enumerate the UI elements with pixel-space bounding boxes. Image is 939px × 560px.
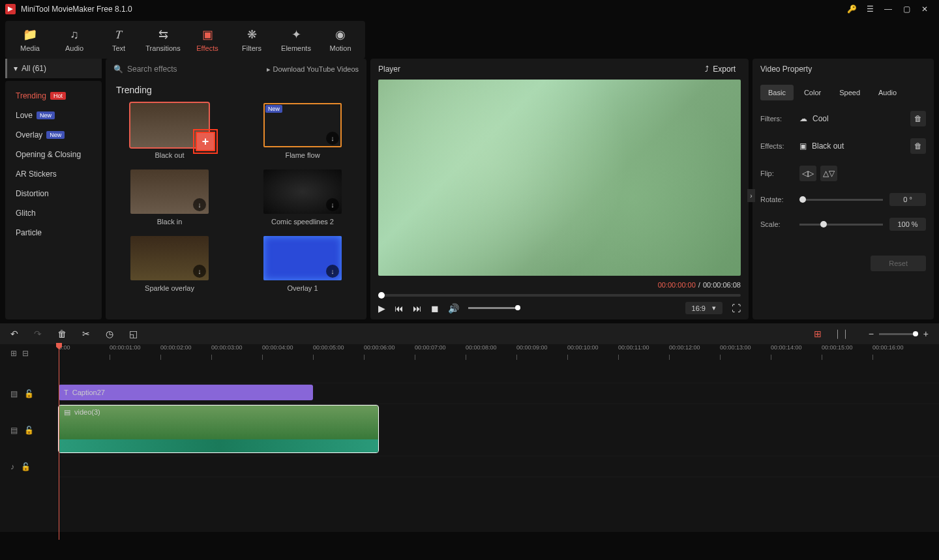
add-effect-button[interactable]: + [196,132,215,151]
category-particle[interactable]: Particle [5,223,102,243]
playhead[interactable] [59,344,59,540]
player-panel: Player ⤴Export 00:00:00:00 / 00:00:06:08… [370,59,749,319]
tab-motion[interactable]: ◉Motion [318,23,363,56]
video-icon: ▤ [64,408,70,417]
rotate-input[interactable]: 0 ° [889,193,926,206]
play-button[interactable]: ▶ [378,303,385,314]
flip-horizontal-button[interactable]: ◁▷ [799,166,816,181]
next-frame-button[interactable]: ⏭ [413,303,422,314]
category-love[interactable]: LoveNew [5,106,102,125]
tab-transitions[interactable]: ⇆Transitions [141,23,185,56]
stop-button[interactable]: ◼ [431,303,439,314]
ruler-tick: 00:00:06:00 [364,344,395,351]
export-button[interactable]: ⤴Export [700,62,741,76]
download-icon[interactable]: ↓ [193,198,206,211]
effect-sparkle-overlay[interactable]: ↓ Sparkle overlay [116,236,223,292]
caption-track[interactable]: ▤🔓 T Caption27 [59,383,939,404]
effect-black-in[interactable]: ↓ Black in [116,169,223,226]
tab-audio[interactable]: ♫Audio [52,23,97,56]
category-trending[interactable]: TrendingHot [5,86,102,106]
lock-icon[interactable]: 🔓 [24,426,34,435]
reset-button[interactable]: Reset [871,256,926,271]
redo-button[interactable]: ↷ [34,329,42,339]
collapse-panel-button[interactable]: › [747,189,755,202]
effect-black-out[interactable]: + Black out [116,103,223,159]
music-icon: ♪ [10,462,14,471]
category-ar-stickers[interactable]: AR Stickers [5,164,102,184]
search-input[interactable]: 🔍Search effects [113,65,261,74]
rotate-slider[interactable] [799,199,883,201]
license-key-icon[interactable]: 🔑 [842,0,861,18]
download-icon[interactable]: ↓ [326,132,339,145]
zoom-slider[interactable] [879,333,918,335]
marker-button[interactable]: ⎸⎸ [837,329,853,340]
effect-flame-flow[interactable]: New ↓ Flame flow [249,103,356,159]
video-preview[interactable] [378,80,741,276]
crop-button[interactable]: ◱ [129,329,138,339]
proptab-basic[interactable]: Basic [760,85,794,100]
caption-clip[interactable]: T Caption27 [59,385,313,400]
flip-vertical-button[interactable]: △▽ [820,166,837,181]
effect-comic-speedlines[interactable]: ↓ Comic speedlines 2 [249,169,356,226]
minimize-icon[interactable]: — [879,0,897,18]
download-icon[interactable]: ↓ [326,265,339,278]
category-opening-closing[interactable]: Opening & Closing [5,145,102,164]
speed-button[interactable]: ◷ [106,329,113,339]
timeline-ruler[interactable]: ⊞ ⊟ 0:0000:00:01:0000:00:02:0000:00:03:0… [0,344,939,362]
track-add-icon[interactable]: ⊞ [10,349,17,358]
property-panel: › Video Property Basic Color Speed Audio… [753,59,934,319]
maximize-icon[interactable]: ▢ [897,0,916,18]
aspect-ratio-select[interactable]: 16:9▾ [685,302,723,314]
scale-input[interactable]: 100 % [889,218,926,231]
category-all-header[interactable]: ▾ All (61) [5,59,102,78]
delete-effect-button[interactable]: 🗑 [910,138,926,154]
tab-text[interactable]: 𝑇Text [97,23,141,56]
proptab-audio[interactable]: Audio [871,85,904,100]
snap-button[interactable]: ⊞ [814,329,822,339]
tab-media[interactable]: 📁Media [8,23,52,56]
delete-filter-button[interactable]: 🗑 [910,111,926,126]
proptab-speed[interactable]: Speed [831,85,868,100]
category-overlay[interactable]: OverlayNew [5,125,102,145]
audio-track[interactable]: ♪🔓 [59,456,939,477]
cut-button[interactable]: ✂ [82,329,90,339]
undo-button[interactable]: ↶ [10,329,18,339]
seek-bar[interactable] [378,294,741,297]
tab-elements[interactable]: ✦Elements [274,23,318,56]
volume-icon[interactable]: 🔊 [448,303,459,314]
zoom-out-button[interactable]: − [869,329,874,339]
video-clip[interactable]: ▤ video(3) [59,405,378,452]
close-icon[interactable]: ✕ [916,0,934,18]
delete-button[interactable]: 🗑 [57,329,67,339]
zoom-in-button[interactable]: + [923,329,929,339]
effects-section-title: Trending [116,85,356,95]
scale-slider[interactable] [799,224,883,226]
category-glitch[interactable]: Glitch [5,203,102,223]
ruler-tick: 00:00:13:00 [720,344,751,351]
video-track[interactable]: ▤🔓 ▤ video(3) [59,404,939,456]
trash-icon: 🗑 [914,114,922,123]
lock-icon[interactable]: 🔓 [24,389,34,398]
lock-icon[interactable]: 🔓 [21,462,31,471]
fullscreen-button[interactable]: ⛶ [732,303,741,314]
download-icon[interactable]: ↓ [193,265,206,278]
effect-overlay-1[interactable]: ↓ Overlay 1 [249,236,356,292]
ruler-tick: 00:00:04:00 [262,344,293,351]
proptab-color[interactable]: Color [796,85,829,100]
menu-icon[interactable]: ☰ [861,0,879,18]
download-icon[interactable]: ↓ [326,198,339,211]
search-icon: 🔍 [113,65,123,74]
effects-icon: ▣ [202,27,213,42]
title-bar: MiniTool MovieMaker Free 8.1.0 🔑 ☰ — ▢ ✕ [0,0,939,18]
category-distortion[interactable]: Distortion [5,184,102,203]
tab-filters[interactable]: ❋Filters [230,23,274,56]
spacer-track [59,362,939,383]
prev-frame-button[interactable]: ⏮ [395,303,404,314]
tab-effects[interactable]: ▣Effects [185,23,230,56]
download-youtube-link[interactable]: ▸Download YouTube Videos [267,65,359,74]
volume-slider[interactable] [468,307,520,309]
effect-icon: ▣ [799,141,807,151]
track-collapse-icon[interactable]: ⊟ [22,349,29,358]
track-type-icon: ▤ [10,426,18,435]
ruler-tick: 00:00:05:00 [313,344,344,351]
